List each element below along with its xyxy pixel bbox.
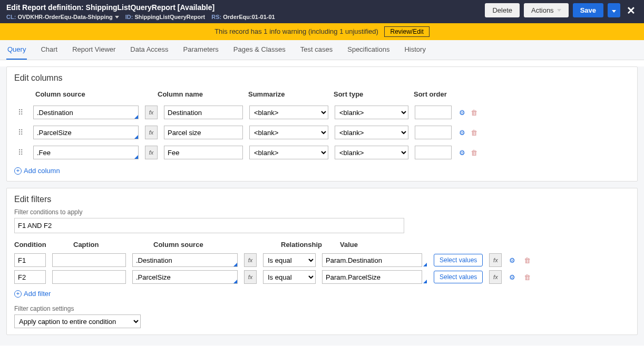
trash-icon[interactable]: 🗑 bbox=[523, 256, 531, 264]
columns-header-row: Column source Column name Summarize Sort… bbox=[14, 87, 630, 102]
chevron-down-icon bbox=[115, 16, 119, 18]
filter-caption-settings-select[interactable]: Apply caption to entire condition bbox=[14, 314, 141, 328]
actions-button[interactable]: Actions bbox=[524, 3, 569, 17]
page-title: Report definition: ShippingListQueryRepo… bbox=[22, 3, 214, 12]
filter-row: fx Is equal Select values fx ⚙ 🗑 bbox=[14, 269, 630, 285]
drag-handle-icon[interactable]: ⠿ bbox=[14, 148, 27, 157]
filter-header-caption: Caption bbox=[73, 241, 147, 249]
summarize-select[interactable]: <blank> bbox=[249, 126, 328, 139]
trash-icon[interactable]: 🗑 bbox=[470, 148, 478, 157]
trash-icon[interactable]: 🗑 bbox=[470, 128, 478, 137]
tab-history[interactable]: History bbox=[403, 40, 426, 60]
save-menu-button[interactable] bbox=[608, 3, 620, 17]
content-area: Edit columns Column source Column name S… bbox=[0, 66, 644, 346]
cl-label: CL: bbox=[6, 14, 16, 20]
fx-button[interactable]: fx bbox=[145, 146, 158, 159]
select-values-button[interactable]: Select values bbox=[434, 254, 483, 266]
filter-value-input[interactable] bbox=[322, 270, 422, 284]
col-header-sort-type: Sort type bbox=[334, 90, 407, 98]
filter-relationship-select[interactable]: Is equal bbox=[263, 270, 316, 284]
edit-filters-panel: Edit filters Filter conditions to apply … bbox=[6, 188, 638, 335]
filter-relationship-select[interactable]: Is equal bbox=[263, 253, 316, 267]
tab-query[interactable]: Query bbox=[6, 40, 27, 60]
tab-specifications[interactable]: Specifications bbox=[346, 40, 391, 60]
filter-source-input[interactable] bbox=[132, 270, 238, 284]
delete-button[interactable]: Delete bbox=[485, 3, 520, 17]
filter-source-input[interactable] bbox=[132, 253, 238, 267]
filter-header-value: Value bbox=[340, 241, 445, 249]
add-column-link[interactable]: + Add column bbox=[14, 167, 60, 175]
filter-conditions-input[interactable] bbox=[14, 218, 404, 233]
save-button[interactable]: Save bbox=[573, 3, 603, 17]
trash-icon[interactable]: 🗑 bbox=[470, 108, 478, 117]
column-name-input[interactable] bbox=[164, 146, 243, 159]
column-name-input[interactable] bbox=[164, 126, 243, 139]
fx-button[interactable]: fx bbox=[244, 253, 257, 267]
tab-parameters[interactable]: Parameters bbox=[182, 40, 220, 60]
chevron-down-icon bbox=[557, 9, 561, 12]
select-values-button[interactable]: Select values bbox=[434, 271, 483, 283]
filter-value-input[interactable] bbox=[322, 253, 422, 267]
col-header-source: Column source bbox=[35, 90, 151, 98]
actions-label: Actions bbox=[531, 6, 554, 14]
edit-columns-title: Edit columns bbox=[7, 67, 637, 87]
close-icon[interactable]: ✕ bbox=[625, 4, 638, 17]
filter-header-relationship: Relationship bbox=[281, 241, 334, 249]
sort-order-input[interactable] bbox=[415, 106, 452, 119]
col-header-name: Column name bbox=[158, 90, 242, 98]
sort-type-select[interactable]: <blank> bbox=[335, 126, 408, 139]
gear-icon[interactable]: ⚙ bbox=[458, 128, 466, 137]
fx-button[interactable]: fx bbox=[489, 270, 502, 284]
filter-header-condition: Condition bbox=[14, 241, 67, 249]
filter-caption-settings-label: Filter caption settings bbox=[14, 305, 630, 312]
column-source-input[interactable] bbox=[33, 126, 139, 139]
rs-value: OrderEqu:01-01-01 bbox=[223, 14, 275, 20]
column-source-input[interactable] bbox=[33, 106, 139, 119]
filter-conditions-label: Filter conditions to apply bbox=[14, 208, 630, 216]
drag-handle-icon[interactable]: ⠿ bbox=[14, 108, 27, 117]
summarize-select[interactable]: <blank> bbox=[249, 106, 328, 119]
tab-chart[interactable]: Chart bbox=[40, 40, 58, 60]
col-header-summarize: Summarize bbox=[248, 90, 327, 98]
review-edit-button[interactable]: Review/Edit bbox=[384, 26, 429, 37]
fx-button[interactable]: fx bbox=[244, 270, 257, 284]
gear-icon[interactable]: ⚙ bbox=[458, 148, 466, 157]
edit-columns-panel: Edit columns Column source Column name S… bbox=[6, 66, 638, 182]
fx-button[interactable]: fx bbox=[145, 126, 158, 139]
add-filter-label: Add filter bbox=[24, 290, 51, 298]
column-row: ⠿ fx <blank> <blank> ⚙ 🗑 bbox=[14, 142, 630, 163]
filter-header-source: Column source bbox=[153, 241, 275, 249]
column-name-input[interactable] bbox=[164, 106, 243, 119]
filter-condition-input[interactable] bbox=[14, 253, 46, 267]
sort-type-select[interactable]: <blank> bbox=[335, 146, 408, 159]
filter-row: fx Is equal Select values fx ⚙ 🗑 bbox=[14, 252, 630, 269]
gear-icon[interactable]: ⚙ bbox=[458, 108, 466, 117]
column-source-input[interactable] bbox=[33, 146, 139, 159]
fx-button[interactable]: fx bbox=[489, 253, 502, 267]
column-row: ⠿ fx <blank> <blank> ⚙ 🗑 bbox=[14, 102, 630, 122]
add-filter-link[interactable]: + Add filter bbox=[14, 290, 51, 298]
tab-pages-classes[interactable]: Pages & Classes bbox=[232, 40, 287, 60]
summarize-select[interactable]: <blank> bbox=[249, 146, 328, 159]
cl-value: OVDKHR-OrderEqu-Data-Shipping bbox=[17, 14, 112, 20]
id-label: ID: bbox=[125, 14, 133, 20]
filter-caption-input[interactable] bbox=[52, 270, 126, 284]
sort-type-select[interactable]: <blank> bbox=[335, 106, 408, 119]
sort-order-input[interactable] bbox=[415, 126, 452, 139]
sort-order-input[interactable] bbox=[415, 146, 452, 159]
warning-bar: This record has 1 info warning (includin… bbox=[0, 23, 644, 40]
filter-condition-input[interactable] bbox=[14, 270, 46, 284]
window-header: Edit Report definition: ShippingListQuer… bbox=[0, 0, 644, 23]
edit-label: Edit bbox=[6, 3, 20, 12]
col-header-sort-order: Sort order bbox=[414, 90, 456, 98]
gear-icon[interactable]: ⚙ bbox=[508, 256, 516, 264]
drag-handle-icon[interactable]: ⠿ bbox=[14, 128, 27, 137]
trash-icon[interactable]: 🗑 bbox=[523, 273, 531, 281]
tab-report-viewer[interactable]: Report Viewer bbox=[71, 40, 116, 60]
gear-icon[interactable]: ⚙ bbox=[508, 273, 516, 281]
tab-data-access[interactable]: Data Access bbox=[129, 40, 169, 60]
cl-dropdown[interactable]: OVDKHR-OrderEqu-Data-Shipping bbox=[17, 14, 119, 20]
tab-test-cases[interactable]: Test cases bbox=[299, 40, 334, 60]
filter-caption-input[interactable] bbox=[52, 253, 126, 267]
fx-button[interactable]: fx bbox=[145, 106, 158, 119]
